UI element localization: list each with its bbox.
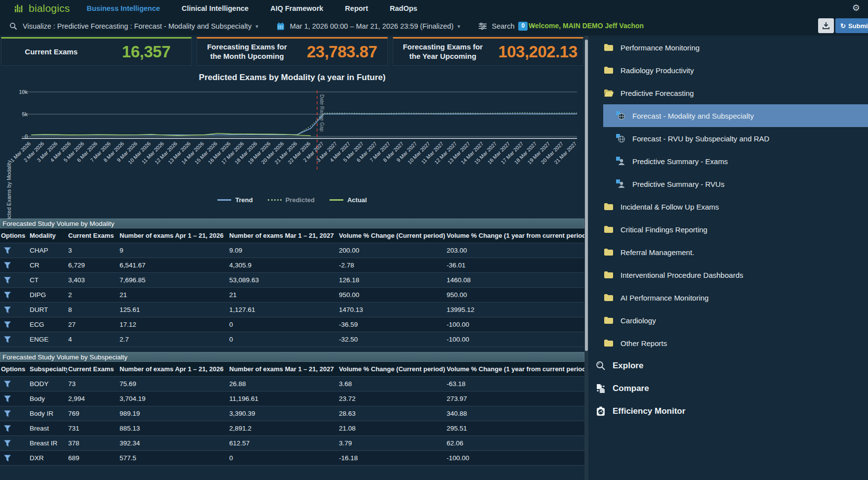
legend-label: Trend [235,196,252,204]
nav-item-clinical-intelligence[interactable]: Clinical Intelligence [182,4,248,12]
sidebar-item-forecast-rvu-by-subspecialty-and-rad[interactable]: Forecast - RVU by Subspecialty and RAD [603,127,868,150]
options-cell [0,262,29,269]
table-row: ECG2717.120-36.59-100.00 [0,317,584,332]
subspecialty-table: Forecasted Study Volume by SubspecialtyO… [0,352,584,466]
sidebar-item-other-reports[interactable]: Other Reports [588,332,868,354]
sidebar-item-referral-management[interactable]: Referral Management. [588,241,868,263]
sidebar-item-ai-performance-monitoring[interactable]: AI Performance Monitoring [588,286,868,309]
kpi-card-current-exams: Current Exams16,357 [1,37,192,66]
legend-label: Predicted [286,196,315,204]
legend-swatch [268,199,282,201]
search-filter-dropdown[interactable]: Search 0 ▾ [477,22,535,30]
kpi-label-text: Current Exams [25,47,78,57]
sidebar-item-label: Forecast - RVU by Subspecialty and RAD [632,134,769,143]
chart-legend: TrendPredictedActual [0,196,584,204]
kpi-value: 103,202.13 [493,43,583,61]
scrollbar-thumb[interactable] [585,40,588,351]
nav-item-radops[interactable]: RadOps [390,4,417,12]
submit-button[interactable]: ↻ Submit [835,18,868,33]
main-menu: Business IntelligenceClinical Intelligen… [87,4,439,12]
folder-icon [603,203,614,211]
sidebar-item-forecast-modality-and-subspecialty[interactable]: Forecast - Modality and Subspecialty [603,104,868,127]
sidebar-item-performance-monitoring[interactable]: Performance Monitoring [588,36,868,59]
search-count-badge: 0 [518,22,528,30]
table-cell: 378 [67,439,119,447]
filter-icon[interactable] [4,306,11,313]
filter-icon[interactable] [4,277,11,284]
sidebar-item-interventional-procedure-dashboards[interactable]: Interventional Procedure Dashboards [588,263,868,286]
kpi-value: 16,357 [101,43,191,61]
column-header-subspecialty: Subspecialty [29,365,67,373]
filter-icon[interactable] [4,410,11,417]
filter-icon[interactable] [4,292,11,299]
table-cell: 885.13 [119,425,228,432]
sidebar-item-explore[interactable]: Explore [588,354,868,377]
table-cell: 2,891.2 [228,425,338,432]
table-cell: ECG [29,321,67,328]
section-title: Forecasted Study Volume by Modality [0,218,584,228]
options-cell [0,277,29,284]
nav-item-report[interactable]: Report [345,4,368,12]
sidebar-item-critical-findings-reporting[interactable]: Critical Findings Reporting [588,218,868,241]
table-cell: 1470.13 [338,306,446,313]
filter-icon[interactable] [4,262,11,269]
bialogics-logo[interactable]: bialogics [15,2,70,14]
legend-item-actual[interactable]: Actual [330,196,367,204]
sidebar-item-efficiency-monitor[interactable]: Efficiency Monitor [588,400,868,423]
options-cell [0,455,29,462]
filter-icon[interactable] [4,381,11,388]
sidebar-item-radiology-productivity[interactable]: Radiology Productivity [588,59,868,82]
table-cell: 21 [119,291,228,299]
table-cell: 73 [67,380,119,388]
table-cell: CT [29,276,67,284]
submit-label: Submit [848,22,868,30]
nav-item-aiq-framework[interactable]: AIQ Framework [270,4,323,12]
table-cell: 23.72 [338,395,446,402]
main-content: Current Exams16,357Forecasting Exams for… [0,36,584,480]
legend-item-predicted[interactable]: Predicted [268,196,315,204]
filter-icon[interactable] [4,440,11,447]
table-cell: 203.00 [446,247,584,254]
filter-icon[interactable] [4,321,11,328]
search-icon [8,22,19,30]
nav-item-business-intelligence[interactable]: Business Intelligence [87,4,160,12]
table-cell: -36.01 [446,262,584,269]
table-cell: 28.63 [338,410,446,417]
date-range-dropdown[interactable]: Mar 1, 2026 00:00 – Mar 21, 2026 23:59 (… [275,22,460,31]
legend-item-trend[interactable]: Trend [217,196,252,204]
kpi-label: Forecasting Exams for the Year Upcoming [393,43,493,61]
options-cell [0,306,29,313]
visualize-dropdown[interactable]: Visualize : Predictive Forecasting : For… [8,22,258,30]
date-range-gap-label: Date Range Gap [319,94,325,131]
table-cell: 200.00 [338,247,446,254]
sidebar-item-label: Predictive Summary - Exams [632,157,728,166]
gear-icon[interactable]: ⚙ [852,3,860,12]
column-header-modality: Modality [29,232,67,239]
sidebar-item-label: Cardiology [620,316,656,325]
sidebar-item-predictive-forecasting[interactable]: Predictive Forecasting [588,82,868,104]
sidebar-item-label: Predictive Summary - RVUs [632,180,724,188]
sidebar-item-predictive-summary-rvus[interactable]: Predictive Summary - RVUs [603,173,868,195]
sidebar-item-predictive-summary-exams[interactable]: Predictive Summary - Exams [603,150,868,173]
filter-icon[interactable] [4,395,11,402]
sidebar-item-incidental-follow-up-exams[interactable]: Incidental & Follow Up Exams [588,195,868,218]
table-row: DXR689577.50-16.18-100.00 [0,451,584,466]
sidebar-item-label: Referral Management. [620,248,694,257]
column-header-volume-change-1-year-from-current-period: Volume % Change (1 year from current per… [446,232,584,239]
kpi-card-forecasting-exams-for-the-year-upcoming: Forecasting Exams for the Year Upcoming1… [393,37,583,66]
table-header-row: OptionsModalityCurrent ExamsNumber of ex… [0,228,584,243]
welcome-text: Welcome, MAIN DEMO Jeff Vachon [529,22,644,30]
column-header-number-of-exams-apr-1-21-2026: Number of exams Apr 1 – 21, 2026 [119,232,228,239]
download-button[interactable] [818,18,834,33]
options-cell [0,395,29,402]
table-cell: 6,729 [67,262,119,269]
sidebar-item-cardiology[interactable]: Cardiology [588,309,868,332]
column-header-current-exams: Current Exams [67,232,119,239]
filter-icon[interactable] [4,425,11,432]
filter-icon[interactable] [4,455,11,462]
folder-icon [603,225,614,233]
sidebar-item-compare[interactable]: Compare [588,377,868,400]
date-range-text: Mar 1, 2026 00:00 – Mar 21, 2026 23:59 (… [290,22,454,30]
filter-icon[interactable] [4,336,11,343]
filter-icon[interactable] [4,247,11,254]
